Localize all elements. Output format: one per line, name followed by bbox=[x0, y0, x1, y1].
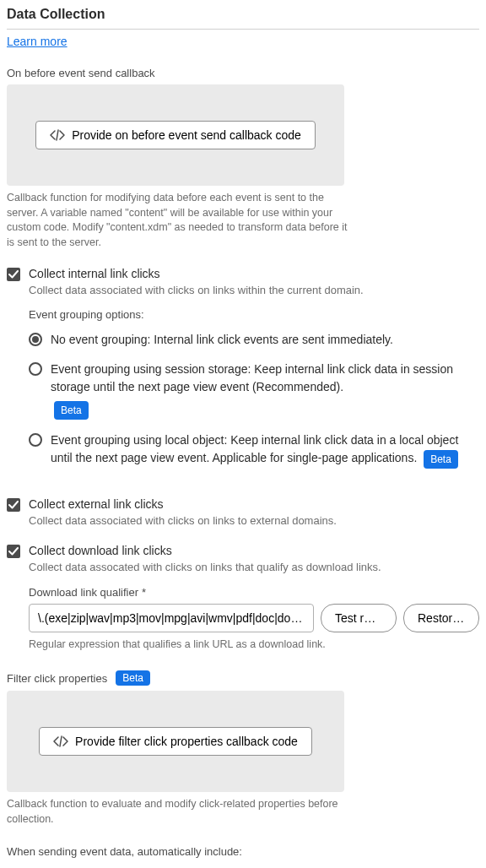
event-grouping-label: Event grouping options: bbox=[29, 308, 479, 321]
qualifier-help: Regular expression that qualifies a link… bbox=[29, 637, 375, 653]
learn-more-link[interactable]: Learn more bbox=[7, 35, 68, 48]
external-clicks-label: Collect external link clicks bbox=[29, 497, 479, 511]
download-clicks-label: Collect download link clicks bbox=[29, 544, 479, 557]
on-before-send-help: Callback function for modifying data bef… bbox=[7, 191, 353, 250]
grouping-radio-session[interactable] bbox=[29, 362, 42, 376]
code-icon bbox=[53, 735, 68, 747]
restore-default-button[interactable]: Restore default bbox=[403, 604, 479, 632]
beta-badge: Beta bbox=[116, 670, 150, 686]
grouping-radio-local-label: Event grouping using local object: Keep … bbox=[51, 433, 458, 464]
filter-click-box: Provide filter click properties callback… bbox=[7, 691, 344, 792]
code-icon bbox=[50, 129, 65, 141]
grouping-radio-none-label: No event grouping: Internal link click e… bbox=[51, 331, 479, 349]
on-before-send-box: Provide on before event send callback co… bbox=[7, 84, 344, 186]
grouping-radio-none[interactable] bbox=[29, 333, 42, 346]
filter-click-button[interactable]: Provide filter click properties callback… bbox=[39, 727, 312, 756]
filter-click-help: Callback function to evaluate and modify… bbox=[7, 797, 353, 827]
filter-click-button-label: Provide filter click properties callback… bbox=[75, 735, 298, 748]
beta-badge: Beta bbox=[424, 450, 458, 469]
download-clicks-desc: Collect data assocated with clicks on li… bbox=[29, 561, 479, 573]
download-clicks-checkbox[interactable] bbox=[7, 545, 20, 558]
test-regex-button[interactable]: Test regex bbox=[321, 604, 397, 632]
on-before-send-button-label: Provide on before event send callback co… bbox=[72, 128, 301, 142]
on-before-send-label: On before event send callback bbox=[7, 67, 479, 79]
filter-click-label: Filter click properties bbox=[7, 672, 107, 685]
on-before-send-button[interactable]: Provide on before event send callback co… bbox=[35, 121, 316, 149]
qualifier-label: Download link qualifier bbox=[29, 586, 138, 599]
beta-badge: Beta bbox=[54, 401, 89, 420]
context-label: When sending event data, automatically i… bbox=[7, 845, 479, 858]
internal-clicks-desc: Collect data associated with clicks on l… bbox=[29, 284, 479, 296]
grouping-radio-local[interactable] bbox=[29, 433, 42, 447]
external-clicks-desc: Collect data associated with clicks on l… bbox=[29, 514, 479, 527]
internal-clicks-checkbox[interactable] bbox=[7, 268, 20, 281]
section-title: Data Collection bbox=[7, 7, 479, 30]
external-clicks-checkbox[interactable] bbox=[7, 498, 20, 512]
required-asterisk: * bbox=[142, 586, 146, 599]
qualifier-input[interactable] bbox=[29, 604, 314, 632]
grouping-radio-session-label: Event grouping using session storage: Ke… bbox=[51, 362, 453, 393]
internal-clicks-label: Collect internal link clicks bbox=[29, 267, 479, 280]
